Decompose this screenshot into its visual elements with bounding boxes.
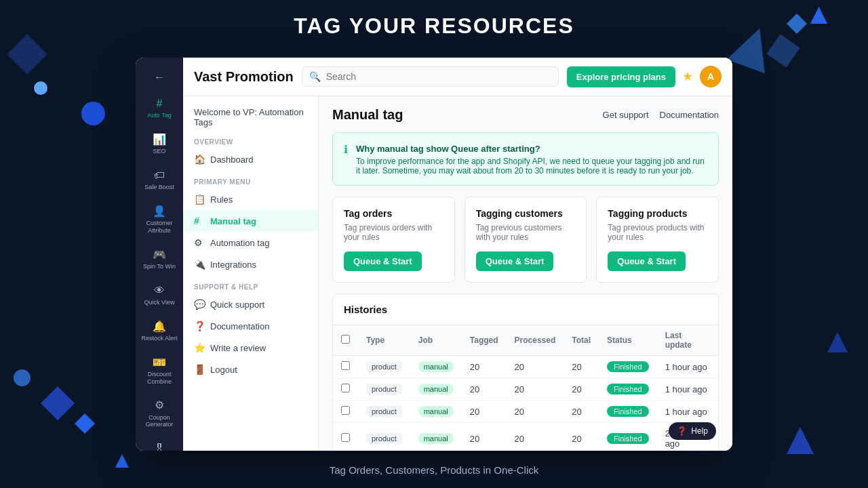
total-value: 20 — [564, 356, 599, 378]
total-value: 20 — [564, 423, 599, 451]
queue-start-products-button[interactable]: Queue & Start — [608, 251, 686, 271]
bottom-subtitle: Tag Orders, Customers, Products in One-C… — [0, 464, 868, 476]
table-row: product manual 20 20 20 Finished 1 hour … — [333, 401, 718, 423]
page-header: Manual tag Get support Documentation — [332, 107, 719, 123]
card-orders-desc: Tag previous orders with your rules — [344, 223, 443, 242]
review-icon: ⭐ — [194, 342, 205, 353]
header: Vast Promotion 🔍 Explore pricing plans ★… — [183, 58, 732, 96]
pricing-button[interactable]: Explore pricing plans — [567, 66, 675, 87]
type-badge: product — [366, 433, 402, 444]
queue-start-customers-button[interactable]: Queue & Start — [476, 251, 554, 271]
sidebar: ← # Auto Tag 📊 SEO 🏷 Sale Boost 👤 Custom… — [136, 58, 183, 451]
row-checkbox[interactable] — [341, 433, 350, 442]
get-support-link[interactable]: Get support — [603, 110, 649, 120]
integrations-icon: 🔌 — [194, 259, 205, 270]
sidebar-item-discount-combine[interactable]: 🎫 Discount Combine — [136, 350, 183, 391]
game-icon: 🎮 — [153, 248, 166, 261]
histories-section: Histories Type Job Tagged Processed Tota… — [332, 293, 719, 451]
page-bg-title: TAG YOUR RESOURCES — [0, 0, 868, 39]
select-all-checkbox[interactable] — [341, 335, 350, 344]
card-tag-orders: Tag orders Tag previous orders with your… — [332, 197, 455, 283]
nav-item-documentation[interactable]: ❓ Documentation — [183, 315, 318, 337]
discount-icon: 🎫 — [153, 356, 166, 369]
eye-icon: 👁 — [154, 284, 165, 297]
last-update-value: 1 hour ago — [657, 401, 718, 423]
star-icon[interactable]: ★ — [682, 69, 693, 84]
type-badge: product — [366, 384, 402, 394]
nav-item-logout[interactable]: 🚪 Logout — [183, 359, 318, 380]
total-value: 20 — [564, 378, 599, 401]
total-value: 20 — [564, 401, 599, 423]
avatar[interactable]: A — [700, 66, 722, 87]
info-banner: ℹ Why manual tag show Queue after starti… — [332, 132, 719, 186]
sidebar-item-seo[interactable]: 📊 SEO — [136, 127, 183, 161]
sidebar-item-quick-view[interactable]: 👁 Quick View — [136, 279, 183, 312]
col-last-update: Last update — [657, 325, 718, 356]
nav-item-integrations[interactable]: 🔌 Integrations — [183, 253, 318, 275]
processed-value: 20 — [507, 401, 564, 423]
sidebar-item-coupon-generator[interactable]: ⚙ Coupon Generator — [136, 393, 183, 434]
info-title: Why manual tag show Queue after starting… — [356, 144, 540, 154]
nav-support-label: SUPPORT & HELP — [183, 281, 318, 293]
queue-start-orders-button[interactable]: Queue & Start — [344, 251, 422, 271]
nav-overview-label: OVERVIEW — [183, 136, 318, 148]
nav-item-automation-tag[interactable]: ⚙ Automation tag — [183, 232, 318, 253]
sidebar-item-sale-boost[interactable]: 🏷 Sale Boost — [136, 163, 183, 197]
sidebar-item-auto-tag[interactable]: # Auto Tag — [136, 92, 183, 125]
col-type: Type — [358, 325, 410, 356]
sidebar-item-customer-attribute[interactable]: 👤 Customer Attribute — [136, 199, 183, 240]
col-job: Job — [410, 325, 462, 356]
card-tag-products: Tagging products Tag previous products w… — [596, 197, 719, 283]
automation-icon: ⚙ — [194, 237, 205, 248]
status-badge: Finished — [607, 384, 649, 394]
support-icon: 💬 — [194, 299, 205, 310]
nav-item-dashboard[interactable]: 🏠 Dashboard — [183, 148, 318, 170]
bell-icon: 🔔 — [153, 320, 166, 333]
home-icon: 🏠 — [194, 154, 205, 165]
table-row: product manual 20 20 20 Finished 1 hour … — [333, 356, 718, 378]
loyalty-icon: 🎖 — [154, 442, 165, 451]
manual-tag-icon: # — [194, 216, 205, 226]
coupon-icon: ⚙ — [155, 399, 164, 411]
sidebar-item-spin-to-win[interactable]: 🎮 Spin To Win — [136, 243, 183, 276]
search-icon: 🔍 — [309, 71, 321, 82]
table-row: product manual 20 20 20 Finished 1 hour … — [333, 378, 718, 401]
info-body: To improve performance for the app and S… — [356, 157, 707, 176]
tagged-value: 20 — [462, 378, 507, 401]
content-area: Vast Promotion 🔍 Explore pricing plans ★… — [183, 58, 732, 451]
table-row: product manual 20 20 20 Finished 2 hours… — [333, 423, 718, 451]
col-tagged: Tagged — [462, 325, 507, 356]
last-update-value: 1 hour ago — [657, 356, 718, 378]
documentation-link[interactable]: Documentation — [660, 110, 719, 120]
back-button[interactable]: ← — [149, 66, 170, 89]
col-status: Status — [599, 325, 657, 356]
nav-item-quick-support[interactable]: 💬 Quick support — [183, 293, 318, 315]
nav-primary-label: PRIMARY MENU — [183, 176, 318, 188]
card-customers-title: Tagging customers — [476, 208, 576, 219]
search-bar: 🔍 — [302, 66, 559, 87]
info-text: Why manual tag show Queue after starting… — [356, 142, 707, 176]
header-actions: Explore pricing plans ★ A — [567, 66, 722, 87]
card-products-desc: Tag previous products with your rules — [608, 223, 707, 242]
tagged-value: 20 — [462, 401, 507, 423]
row-checkbox[interactable] — [341, 406, 350, 415]
nav-item-manual-tag[interactable]: # Manual tag — [183, 210, 318, 232]
sidebar-item-loyalty[interactable]: 🎖 Loyalty — [136, 436, 183, 451]
processed-value: 20 — [507, 378, 564, 401]
sidebar-item-restock-alert[interactable]: 🔔 Restock Alert — [136, 314, 183, 348]
nav-item-write-review[interactable]: ⭐ Write a review — [183, 337, 318, 359]
chart-icon: 📊 — [153, 133, 166, 146]
status-badge: Finished — [607, 433, 649, 444]
type-badge: product — [366, 361, 402, 372]
help-button[interactable]: ❓ Help — [669, 422, 716, 440]
page-actions: Get support Documentation — [603, 110, 719, 120]
row-checkbox[interactable] — [341, 384, 350, 392]
job-badge: manual — [418, 384, 454, 394]
nav-item-rules[interactable]: 📋 Rules — [183, 188, 318, 210]
job-badge: manual — [418, 361, 454, 372]
status-badge: Finished — [607, 406, 649, 417]
row-checkbox[interactable] — [341, 361, 350, 370]
search-input[interactable] — [326, 71, 551, 82]
person-icon: 👤 — [153, 205, 166, 218]
tagged-value: 20 — [462, 423, 507, 451]
